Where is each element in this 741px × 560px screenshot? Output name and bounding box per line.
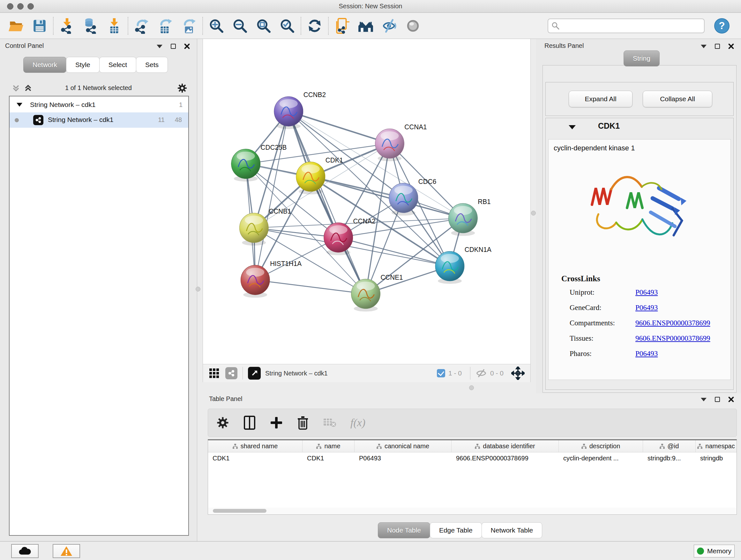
crosslink-compartments-link[interactable]: 9606.ENSP00000378699 — [635, 319, 711, 327]
memory-button[interactable]: Memory — [694, 545, 735, 557]
search-input[interactable] — [548, 18, 704, 33]
control-panel-float-icon[interactable] — [171, 44, 176, 49]
crosslink-label: GeneCard: — [569, 304, 635, 312]
grid-icon[interactable] — [209, 368, 219, 379]
node-CCNB1[interactable] — [239, 213, 268, 246]
crosslink-pharos-link[interactable]: P06493 — [635, 350, 658, 358]
import-network-database-button[interactable] — [82, 17, 99, 35]
left-splitter-handle[interactable] — [196, 287, 200, 292]
results-panel-close-icon[interactable] — [728, 44, 734, 49]
zoom-in-button[interactable] — [207, 17, 225, 35]
node-CDKN1A[interactable] — [435, 251, 464, 284]
node-RB1[interactable] — [449, 203, 478, 236]
column-header[interactable]: database identifier — [452, 440, 559, 452]
column-header[interactable]: @id — [643, 440, 696, 452]
table-row[interactable]: CDK1 CDK1 P06493 9606.ENSP00000378699 cy… — [208, 452, 737, 464]
show-columns-icon[interactable] — [243, 416, 256, 430]
warning-button[interactable] — [53, 544, 80, 558]
node-CDC6[interactable] — [389, 183, 418, 216]
edge-CCNB2-CCNA1[interactable] — [288, 111, 390, 144]
add-column-icon[interactable] — [270, 416, 283, 429]
tab-edge-table[interactable]: Edge Table — [430, 522, 482, 538]
hidden-eye-slash-icon[interactable] — [475, 368, 487, 378]
results-panel-menu-icon[interactable] — [701, 45, 706, 48]
node-CDK1[interactable] — [296, 162, 325, 194]
tab-network[interactable]: Network — [23, 57, 66, 73]
tab-network-table[interactable]: Network Table — [482, 522, 542, 538]
node-label-CCNB2: CCNB2 — [304, 91, 326, 98]
crosslink-row: Compartments: 9606.ENSP00000378699 — [569, 319, 723, 327]
zoom-fit-button[interactable] — [255, 17, 273, 35]
crosslink-uniprot-link[interactable]: P06493 — [635, 288, 658, 297]
function-builder-icon[interactable]: f(x) — [350, 417, 365, 429]
export-table-button[interactable] — [156, 17, 174, 35]
control-panel-menu-icon[interactable] — [157, 45, 162, 48]
results-panel-float-icon[interactable] — [715, 44, 720, 49]
node-CDC25B[interactable] — [231, 149, 260, 182]
node-HIST1H1A[interactable] — [241, 265, 270, 298]
help-button[interactable]: ? — [713, 17, 731, 35]
selected-checkbox[interactable] — [437, 369, 445, 377]
tab-sets[interactable]: Sets — [136, 57, 168, 73]
control-panel-title: Control Panel — [5, 42, 44, 50]
crosslink-genecard-link[interactable]: P06493 — [635, 304, 658, 312]
export-image-button[interactable] — [180, 17, 198, 35]
delete-table-icon[interactable] — [323, 417, 336, 428]
node-CCNA2[interactable] — [324, 223, 353, 255]
right-splitter-handle[interactable] — [531, 211, 536, 215]
table-horizontal-scrollbar[interactable] — [208, 508, 736, 514]
edge-HIST1H1A-CCNE1[interactable] — [255, 280, 366, 294]
warning-icon — [60, 546, 73, 557]
delete-column-icon[interactable] — [297, 416, 309, 430]
network-collection-row[interactable]: String Network – cdk1 1 — [10, 98, 188, 112]
node-CCNE1[interactable] — [351, 279, 381, 312]
string-home-button[interactable] — [357, 17, 375, 35]
search-field — [548, 18, 704, 33]
column-header[interactable]: shared name — [208, 440, 302, 452]
gear-icon[interactable] — [177, 83, 187, 93]
tab-style[interactable]: Style — [66, 57, 99, 73]
collapse-all-button[interactable]: Collapse All — [643, 91, 712, 107]
column-header[interactable]: name — [302, 440, 354, 452]
table-gear-icon[interactable] — [216, 416, 229, 429]
table-panel-menu-icon[interactable] — [701, 398, 706, 401]
scrollbar-thumb[interactable] — [213, 509, 266, 513]
expand-all-button[interactable]: Expand All — [569, 91, 632, 107]
column-header[interactable]: namespac — [696, 440, 737, 452]
network-row[interactable]: String Network – cdk1 11 48 — [10, 112, 188, 128]
network-list: String Network – cdk1 1 String Network –… — [9, 96, 189, 536]
zoom-selected-button[interactable] — [278, 17, 296, 35]
control-panel-close-icon[interactable] — [184, 44, 190, 49]
open-session-button[interactable] — [7, 17, 25, 35]
table-panel-float-icon[interactable] — [715, 397, 720, 402]
horizontal-splitter-handle[interactable] — [469, 385, 474, 390]
cloud-button[interactable] — [11, 544, 39, 558]
table-panel-close-icon[interactable] — [728, 396, 734, 402]
save-session-button[interactable] — [30, 17, 49, 35]
move-crosshair-icon[interactable] — [511, 367, 525, 380]
zoom-out-button[interactable] — [231, 17, 249, 35]
refresh-button[interactable] — [306, 17, 324, 35]
tab-node-table[interactable]: Node Table — [378, 522, 430, 538]
node-CCNA1[interactable] — [375, 129, 404, 161]
collection-expand-icon[interactable] — [17, 103, 22, 107]
hide-graphics-eye-button[interactable] — [381, 17, 398, 35]
column-header[interactable]: canonical name — [354, 440, 452, 452]
tab-string[interactable]: String — [623, 51, 660, 66]
tab-select[interactable]: Select — [99, 57, 136, 73]
edge-CCNB2-HIST1H1A[interactable] — [255, 111, 289, 280]
memory-status-dot — [697, 548, 704, 555]
import-table-file-button[interactable] — [105, 17, 123, 35]
birds-eye-view-icon[interactable] — [248, 367, 261, 380]
app-file-network-button[interactable] — [333, 17, 351, 35]
network-graph[interactable]: CCNB2CCNA1CDC25BCDK1CDC6RB1CCNB1CCNA2CDK… — [203, 39, 530, 364]
import-network-file-button[interactable] — [58, 17, 76, 35]
column-header[interactable]: description — [559, 440, 643, 452]
window-title: Session: New Session — [0, 3, 741, 10]
control-panel: Control Panel Network Style Select Sets … — [0, 39, 197, 541]
lens-button[interactable] — [404, 17, 422, 35]
network-share-icon[interactable] — [225, 367, 238, 379]
export-network-button[interactable] — [133, 17, 151, 35]
cdk1-collapse-icon[interactable] — [569, 125, 576, 129]
crosslink-tissues-link[interactable]: 9606.ENSP00000378699 — [635, 334, 711, 343]
